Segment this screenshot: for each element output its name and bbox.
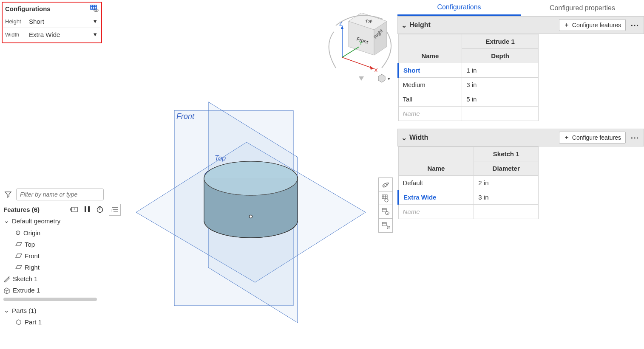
origin-point-icon [250, 215, 252, 218]
filter-input[interactable] [16, 189, 104, 200]
config-row-height: Height Short ▾ [3, 15, 100, 28]
svg-rect-12 [88, 206, 90, 212]
plane-label-top: Top [215, 155, 226, 162]
ellipsis-icon: ⋯ [630, 132, 639, 143]
caret-down-icon: ⌄ [3, 217, 9, 225]
outline-toggle-button[interactable] [109, 204, 121, 216]
table-row[interactable]: Extra Wide3 in [398, 190, 539, 205]
col-name: Name [398, 34, 462, 63]
col-feature: Sketch 1 [474, 147, 539, 161]
height-section: ⌄ Height ＋ Configure features ⋯ Name Ext… [397, 16, 644, 121]
right-toolbar: (x) [378, 177, 393, 233]
tree-part1[interactable]: Part 1 [3, 316, 105, 328]
svg-point-43 [386, 184, 387, 185]
svg-point-24 [204, 161, 298, 195]
tree-parts[interactable]: ⌄ Parts (1) [3, 304, 105, 316]
caret-down-icon[interactable]: ⌄ [401, 21, 407, 29]
config-width-value: Extra Wide [29, 31, 60, 38]
add-feature-icon[interactable]: + [70, 206, 78, 213]
more-menu-button[interactable]: ⋯ [629, 132, 640, 143]
chevron-down-icon: ▾ [94, 31, 97, 38]
section-title: Height [409, 21, 431, 29]
config-grid-icon[interactable] [379, 191, 392, 205]
plane-icon [15, 253, 22, 259]
caret-down-icon: ⌄ [3, 307, 9, 314]
tree-top[interactable]: Top [3, 239, 105, 250]
configure-features-button[interactable]: ＋ Configure features [559, 132, 626, 144]
sketch-icon [3, 276, 10, 282]
config-panel-title: Configurations [5, 5, 51, 12]
tree-label: Default geometry [12, 217, 60, 225]
view-cube[interactable]: Front Right Top Z X Y ▾ [319, 13, 395, 85]
svg-point-6 [96, 10, 97, 11]
tree-default-geometry[interactable]: ⌄ Default geometry [3, 215, 105, 227]
part-icon [15, 319, 22, 326]
svg-text:(x): (x) [387, 225, 390, 229]
tree-extrude1[interactable]: Extrude 1 [3, 284, 105, 296]
appearance-icon[interactable] [379, 178, 392, 191]
tree-label: Right [25, 264, 40, 271]
features-heading: Features (6) [3, 206, 40, 213]
svg-text:Y: Y [359, 40, 363, 46]
svg-marker-35 [370, 66, 374, 70]
svg-text:+: + [73, 207, 76, 211]
tree-label: Part 1 [25, 318, 42, 326]
col-property: Diameter [474, 161, 539, 176]
table-row[interactable]: Medium3 in [398, 78, 539, 92]
col-feature: Extrude 1 [462, 34, 539, 49]
variable-config-icon[interactable]: (x) [379, 219, 392, 232]
plane-icon [15, 242, 22, 248]
config-height-select[interactable]: Short ▾ [27, 16, 99, 27]
tree-origin[interactable]: ⊙ Origin [3, 227, 105, 239]
plane-icon [15, 265, 22, 270]
table-row[interactable]: Short1 in [398, 63, 539, 78]
more-menu-button[interactable]: ⋯ [629, 20, 640, 31]
width-table: Name Sketch 1 Diameter Default2 in Extra… [397, 146, 539, 219]
section-title: Width [409, 134, 428, 141]
plane-label-front: Front [176, 112, 195, 121]
tree-sketch1[interactable]: Sketch 1 [3, 273, 105, 284]
config-row-width: Width Extra Wide ▾ [3, 28, 100, 41]
svg-marker-40 [378, 74, 385, 82]
config-height-label: Height [5, 18, 27, 25]
tree-label: Sketch 1 [13, 275, 37, 282]
configure-features-label: Configure features [572, 134, 621, 141]
tree-label: Extrude 1 [13, 287, 40, 294]
svg-rect-48 [382, 208, 386, 212]
svg-text:X: X [374, 67, 378, 73]
svg-text:Top: Top [365, 18, 373, 24]
configure-features-label: Configure features [572, 22, 621, 28]
assembly-config-icon[interactable] [379, 205, 392, 219]
svg-point-42 [384, 185, 385, 186]
ellipsis-icon: ⋯ [630, 20, 639, 30]
svg-line-34 [342, 57, 372, 68]
tree-label: Origin [23, 229, 40, 236]
svg-rect-51 [382, 222, 386, 226]
config-table-visibility-icon[interactable] [90, 5, 99, 12]
horizontal-scrollbar[interactable] [3, 298, 97, 301]
width-section: ⌄ Width ＋ Configure features ⋯ Name Sket… [397, 129, 644, 219]
stopwatch-icon[interactable] [96, 205, 104, 213]
tree-front[interactable]: Front [3, 250, 105, 262]
configurations-panel: Configurations Height Short ▾ Width Extr… [2, 2, 102, 43]
3d-viewport[interactable]: Front Top Right [132, 85, 370, 331]
config-width-select[interactable]: Extra Wide ▾ [27, 29, 99, 40]
svg-rect-11 [85, 206, 86, 212]
config-width-label: Width [5, 31, 27, 38]
configure-features-button[interactable]: ＋ Configure features [559, 19, 626, 31]
table-row[interactable]: Default2 in [398, 176, 539, 190]
table-row[interactable]: Tall5 in [398, 92, 539, 107]
svg-marker-39 [359, 76, 364, 81]
col-property: Depth [462, 49, 539, 63]
table-row-new[interactable]: Name [398, 205, 539, 219]
origin-icon: ⊙ [15, 229, 21, 236]
features-panel: Features (6) + ⌄ Default geometry ⊙ Orig… [3, 188, 105, 328]
caret-down-icon[interactable]: ⌄ [401, 134, 407, 142]
filter-icon[interactable] [3, 191, 13, 198]
tab-configurations[interactable]: Configurations [397, 0, 521, 16]
tab-configured-properties[interactable]: Configured properties [521, 0, 644, 16]
tree-right[interactable]: Right [3, 262, 105, 273]
table-row-new[interactable]: Name [398, 107, 539, 121]
plus-icon: ＋ [564, 21, 570, 29]
pause-icon[interactable] [84, 206, 90, 213]
